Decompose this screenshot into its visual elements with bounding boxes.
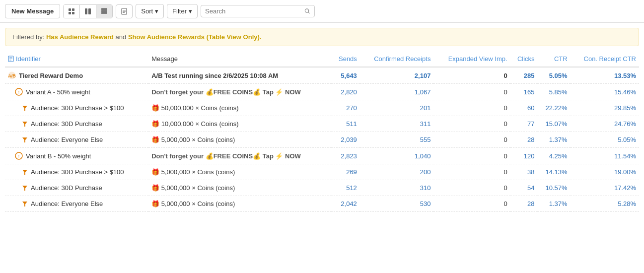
table-container: Identifier Message Sends Confirmed Recei… (0, 51, 644, 212)
svg-rect-1 (72, 8, 74, 11)
svg-rect-7 (101, 10, 107, 12)
filter-banner-label1: Has Audience Reward (46, 33, 114, 41)
svg-rect-0 (69, 8, 71, 11)
identifier-cell: ↑ Variant A - 50% weight (5, 84, 148, 100)
identifier-col-label: Identifier (16, 55, 41, 63)
new-message-button[interactable]: New Message (5, 4, 60, 18)
cell-expanded_view_imp: 0 (433, 180, 510, 196)
svg-line-14 (308, 12, 310, 13)
ab-test-icon: A/B (8, 71, 16, 79)
cell-expanded_view_imp: 0 (433, 100, 510, 116)
cell-con_receipt_ctr: 13.53% (571, 67, 639, 84)
identifier-col-icon (8, 56, 14, 62)
message-cell: 🎁 50,000,000 × Coins (coins) (148, 100, 331, 116)
svg-marker-28 (22, 170, 27, 175)
table-row: Audience: Everyone Else🎁 5,000,000 × Coi… (5, 196, 639, 212)
table-icon (101, 8, 108, 15)
search-wrapper (201, 5, 315, 17)
variant-a-icon: ↑ (15, 88, 23, 96)
cell-ctr: 4.25% (538, 148, 571, 164)
message-cell: A/B Test running since 2/6/2025 10:08 AM (148, 67, 331, 84)
cell-sends: 2,039 (331, 132, 360, 148)
filter-chevron-icon: ▾ (189, 7, 192, 15)
view-grid-small-button[interactable] (64, 5, 80, 18)
col-header-clicks[interactable]: Clicks (510, 51, 538, 67)
svg-marker-30 (22, 202, 27, 206)
cell-expanded_view_imp: 0 (433, 116, 510, 132)
col-header-sends[interactable]: Sends (331, 51, 360, 67)
cell-clicks: 28 (510, 132, 538, 148)
table-row: ↑ Variant B - 50% weightDon't forget you… (5, 148, 639, 164)
document-icon (121, 8, 128, 15)
svg-rect-6 (101, 8, 107, 10)
table-row: Audience: 30D Purchase🎁 10,000,000 × Coi… (5, 116, 639, 132)
cell-expanded_view_imp: 0 (433, 148, 510, 164)
cell-sends: 5,643 (331, 67, 360, 84)
message-cell: 🎁 5,000,000 × Coins (coins) (148, 132, 331, 148)
message-cell: 🎁 10,000,000 × Coins (coins) (148, 116, 331, 132)
table-row: Audience: 30D Purchase > $100🎁 5,000,000… (5, 164, 639, 180)
cell-confirmed_receipts: 310 (360, 180, 434, 196)
col-header-con-receipt-ctr[interactable]: Con. Receipt CTR (571, 51, 639, 67)
view-table-button[interactable] (96, 5, 112, 18)
col-header-ctr[interactable]: CTR (538, 51, 571, 67)
filter-label: Filter (172, 7, 187, 15)
cell-expanded_view_imp: 0 (433, 67, 510, 84)
table-row: Audience: 30D Purchase🎁 5,000,000 × Coin… (5, 180, 639, 196)
identifier-cell: ↑ Variant B - 50% weight (5, 148, 148, 164)
svg-point-13 (305, 9, 308, 12)
filter-banner-label2: Show Audience Rewards (Table View Only). (128, 33, 262, 41)
cell-ctr: 5.85% (538, 84, 571, 100)
svg-marker-25 (22, 137, 27, 142)
cell-sends: 512 (331, 180, 360, 196)
identifier-cell: Audience: 30D Purchase > $100 (5, 164, 148, 180)
cell-con_receipt_ctr: 5.05% (571, 132, 639, 148)
filter-icon (22, 105, 28, 111)
cell-confirmed_receipts: 200 (360, 164, 434, 180)
cell-clicks: 54 (510, 180, 538, 196)
identifier-cell: Audience: 30D Purchase (5, 116, 148, 132)
cell-clicks: 120 (510, 148, 538, 164)
sort-label: Sort (141, 7, 153, 15)
svg-marker-23 (22, 106, 27, 111)
cell-confirmed_receipts: 1,040 (360, 148, 434, 164)
filter-icon (22, 185, 28, 191)
filter-banner: Filtered by: Has Audience Reward and Sho… (5, 28, 639, 46)
filter-icon (22, 169, 28, 175)
cell-confirmed_receipts: 311 (360, 116, 434, 132)
message-cell: Don't forget your 💰FREE COINS💰 Tap ⚡ NOW (148, 84, 331, 100)
cell-con_receipt_ctr: 11.54% (571, 148, 639, 164)
cell-ctr: 5.05% (538, 67, 571, 84)
identifier-cell: Audience: Everyone Else (5, 132, 148, 148)
cell-sends: 269 (331, 164, 360, 180)
filter-banner-prefix: Filtered by: (12, 33, 46, 41)
table-row: ↑ Variant A - 50% weightDon't forget you… (5, 84, 639, 100)
cell-expanded_view_imp: 0 (433, 84, 510, 100)
col-header-expanded-view[interactable]: Expanded View Imp. (433, 51, 510, 67)
col-header-identifier[interactable]: Identifier (5, 51, 148, 67)
message-cell: 🎁 5,000,000 × Coins (coins) (148, 164, 331, 180)
grid-small-icon (68, 8, 75, 15)
view-toggle-group (63, 4, 113, 18)
filter-button[interactable]: Filter ▾ (167, 4, 198, 18)
view-grid-large-button[interactable] (80, 5, 96, 18)
col-header-confirmed-receipts[interactable]: Confirmed Receipts (360, 51, 434, 67)
table-row: Audience: 30D Purchase > $100🎁 50,000,00… (5, 100, 639, 116)
cell-ctr: 14.13% (538, 164, 571, 180)
filter-icon (22, 137, 28, 143)
cell-expanded_view_imp: 0 (433, 196, 510, 212)
cell-ctr: 1.37% (538, 196, 571, 212)
document-view-button[interactable] (116, 4, 133, 18)
table-row: Audience: Everyone Else🎁 5,000,000 × Coi… (5, 132, 639, 148)
filter-icon (22, 121, 28, 127)
svg-rect-4 (85, 8, 87, 14)
cell-sends: 2,823 (331, 148, 360, 164)
svg-marker-24 (22, 122, 27, 127)
cell-clicks: 60 (510, 100, 538, 116)
cell-sends: 2,042 (331, 196, 360, 212)
cell-confirmed_receipts: 530 (360, 196, 434, 212)
cell-sends: 270 (331, 100, 360, 116)
svg-text:A/B: A/B (8, 73, 16, 78)
search-input[interactable] (205, 7, 301, 15)
sort-button[interactable]: Sort ▾ (136, 4, 164, 18)
